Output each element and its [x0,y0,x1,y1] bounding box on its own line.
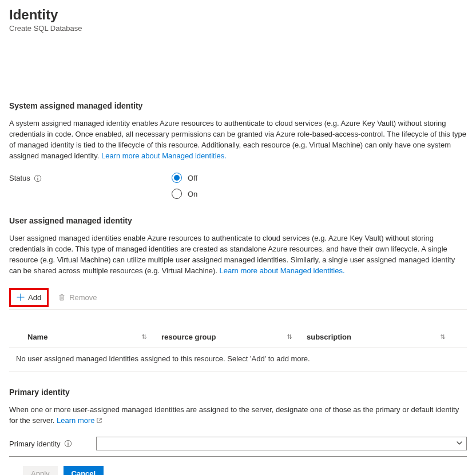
toolbar-divider [9,309,467,310]
add-button-highlight: Add [9,288,49,307]
status-label-text: Status [9,174,30,182]
chevron-down-icon [456,440,463,448]
info-icon[interactable] [64,440,72,448]
system-assigned-description: A system assigned managed identity enabl… [9,118,467,161]
primary-identity-row: Primary identity [9,437,467,457]
primary-learn-more-text: Learn more [57,416,94,425]
page-title: Identity [9,7,467,23]
apply-button[interactable]: Apply [23,466,58,475]
add-button-label: Add [28,293,41,302]
column-rg-label: resource group [161,333,216,341]
primary-identity-dropdown[interactable] [96,437,467,450]
system-assigned-learn-more-link[interactable]: Learn more about Managed identities. [101,151,227,160]
remove-button-label: Remove [69,293,97,302]
primary-identity-label-text: Primary identity [9,440,61,448]
column-sub-label: subscription [307,333,351,341]
system-assigned-description-text: A system assigned managed identity enabl… [9,119,466,160]
footer-bar: Apply Cancel [9,466,467,475]
external-link-icon [96,416,102,427]
trash-icon [58,293,66,301]
status-off-radio[interactable]: Off [172,173,197,183]
primary-identity-heading: Primary identity [9,388,467,397]
remove-button: Remove [54,291,100,304]
add-button[interactable]: Add [13,291,45,304]
primary-identity-description: When one or more user-assigned managed i… [9,405,467,427]
status-row: Status Off On [9,173,467,199]
cancel-button[interactable]: Cancel [64,466,104,475]
column-header-subscription[interactable]: subscription [307,333,460,341]
column-name-label: Name [27,333,47,341]
status-off-label: Off [188,174,197,182]
svg-rect-2 [37,178,38,180]
column-header-name[interactable]: Name [16,333,161,341]
svg-rect-5 [68,444,68,446]
table-empty-message: No user assigned managed identities assi… [9,348,467,371]
primary-identity-section: Primary identity When one or more user-a… [9,388,467,457]
identity-table: Name resource group subscription No user… [9,333,467,372]
user-assigned-toolbar: Add Remove [9,288,467,307]
status-label: Status [9,173,172,182]
plus-icon [17,293,25,301]
svg-point-4 [68,442,69,443]
user-assigned-heading: User assigned managed identity [9,216,467,225]
status-radio-group: Off On [172,173,197,199]
radio-indicator-unchecked [172,189,182,199]
svg-point-1 [37,176,38,177]
radio-indicator-checked [172,173,182,183]
status-on-label: On [188,190,197,198]
sort-icon [141,333,148,340]
column-header-resource-group[interactable]: resource group [161,333,307,341]
info-icon[interactable] [34,174,42,182]
system-assigned-heading: System assigned managed identity [9,101,467,110]
table-bottom-divider [9,371,467,372]
breadcrumb: Create SQL Database [9,24,467,33]
user-assigned-learn-more-link[interactable]: Learn more about Managed identities. [220,266,345,275]
sort-icon [439,333,446,340]
user-assigned-description: User assigned managed identities enable … [9,233,467,276]
table-header-row: Name resource group subscription [16,333,460,347]
sort-icon [286,333,293,340]
primary-identity-label: Primary identity [9,440,96,448]
primary-learn-more-link[interactable]: Learn more [57,416,102,425]
status-on-radio[interactable]: On [172,189,197,199]
